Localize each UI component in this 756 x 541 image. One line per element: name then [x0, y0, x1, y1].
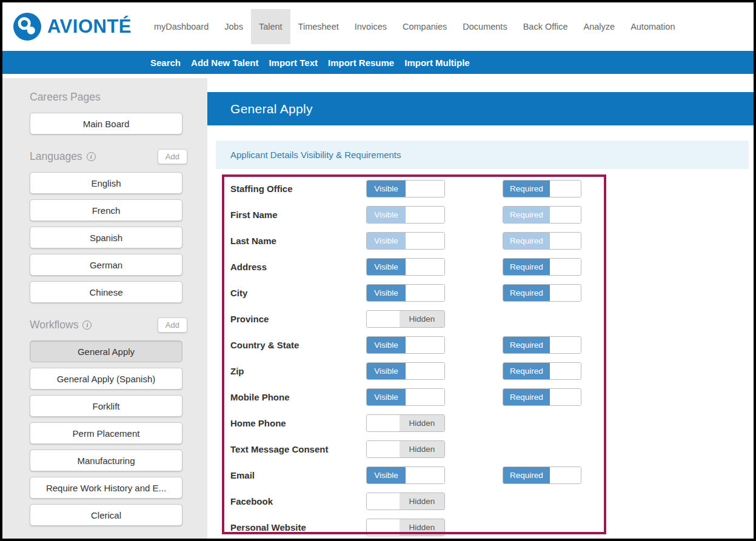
sidebar-item-french[interactable]: French	[30, 199, 182, 221]
brand[interactable]: AVIONTÉ	[2, 13, 139, 41]
top-nav-item-jobs[interactable]: Jobs	[216, 9, 251, 44]
toggle-label-required: Required	[503, 259, 550, 275]
required-toggle-last-name: Required	[503, 232, 581, 250]
toggle-label-hidden: Hidden	[400, 441, 444, 457]
toggle-label-required: Required	[503, 233, 550, 249]
info-icon[interactable]: i	[82, 320, 92, 330]
required-toggle-country-state[interactable]: Required	[503, 336, 581, 354]
apply-row-city: CityVisibleRequired	[216, 280, 754, 306]
field-label: Province	[230, 314, 366, 324]
sub-nav-item-import-text[interactable]: Import Text	[269, 58, 318, 68]
field-label: Text Message Consent	[230, 444, 366, 454]
toggle-label-visible: Visible	[367, 259, 406, 275]
field-label: Facebook	[230, 496, 366, 506]
top-nav-item-automation[interactable]: Automation	[623, 9, 683, 44]
visibility-toggle-staffing-office[interactable]: Visible	[366, 180, 445, 197]
top-nav-item-documents[interactable]: Documents	[455, 9, 515, 44]
apply-row-personal-website: Personal WebsiteHidden	[216, 514, 754, 539]
visibility-toggle-province[interactable]: Hidden	[366, 310, 445, 328]
toggle-label-required: Required	[503, 337, 550, 353]
top-nav-item-talent[interactable]: Talent	[251, 9, 290, 44]
visibility-toggle-email[interactable]: Visible	[366, 466, 445, 484]
sidebar-item-general-apply-spanish[interactable]: General Apply (Spanish)	[30, 368, 182, 390]
apply-row-staffing-office: Staffing OfficeVisibleRequired	[216, 176, 754, 202]
sidebar-item-general-apply[interactable]: General Apply	[30, 340, 182, 362]
top-nav-item-mydashboard[interactable]: myDashboard	[146, 9, 216, 44]
required-toggle-email[interactable]: Required	[503, 466, 581, 484]
main-header: General Apply	[207, 92, 754, 125]
sidebar-item-forklift[interactable]: Forklift	[30, 395, 182, 417]
sidebar-item-chinese[interactable]: Chinese	[30, 281, 182, 303]
page-title: General Apply	[230, 102, 313, 116]
visibility-toggle-text-message-consent[interactable]: Hidden	[366, 440, 445, 458]
visibility-toggle-mobile-phone[interactable]: Visible	[366, 388, 445, 406]
visibility-toggle-last-name: Visible	[366, 232, 445, 250]
visibility-toggle-city[interactable]: Visible	[366, 284, 445, 302]
toggle-knob	[406, 207, 444, 223]
screen: AVIONTÉ myDashboardJobsTalentTimesheetIn…	[0, 0, 756, 541]
sidebar-item-manufacturing[interactable]: Manufacturing	[30, 450, 182, 471]
field-label: Address	[230, 262, 366, 272]
visibility-toggle-home-phone[interactable]: Hidden	[366, 414, 445, 432]
apply-row-address: AddressVisibleRequired	[216, 254, 754, 280]
top-nav-item-timesheet[interactable]: Timesheet	[290, 9, 347, 44]
top-nav-item-analyze[interactable]: Analyze	[576, 9, 623, 44]
toggle-knob	[406, 363, 444, 379]
brand-wordmark: AVIONTÉ	[47, 16, 132, 38]
toggle-knob	[550, 259, 581, 275]
top-nav-item-companies[interactable]: Companies	[395, 9, 455, 44]
toggle-label-required: Required	[503, 285, 550, 301]
required-toggle-zip[interactable]: Required	[503, 362, 581, 380]
top-nav-item-invoices[interactable]: Invoices	[347, 9, 395, 44]
required-toggle-mobile-phone[interactable]: Required	[503, 388, 581, 406]
field-label: Country & State	[230, 340, 366, 350]
sidebar-section-workflows: WorkflowsiAddGeneral ApplyGeneral Apply …	[2, 317, 207, 526]
toggle-label-visible: Visible	[367, 337, 406, 353]
required-toggle-city[interactable]: Required	[503, 284, 581, 302]
sub-nav-item-search[interactable]: Search	[150, 58, 181, 68]
sidebar-item-main-board[interactable]: Main Board	[30, 113, 182, 134]
sub-nav-item-import-multiple[interactable]: Import Multiple	[404, 58, 470, 68]
sidebar-heading-row-careers-pages: Careers Pages	[30, 89, 187, 105]
sub-nav: SearchAdd New TalentImport TextImport Re…	[2, 51, 754, 74]
sidebar-item-german[interactable]: German	[30, 254, 182, 276]
visibility-toggle-personal-website[interactable]: Hidden	[366, 519, 445, 536]
field-label: Mobile Phone	[230, 392, 366, 402]
sidebar-item-require-work-history-and-e[interactable]: Require Work History and E...	[30, 477, 182, 499]
sidebar-section-careers-pages: Careers PagesMain Board	[2, 89, 207, 134]
required-toggle-staffing-office[interactable]: Required	[503, 180, 581, 197]
sidebar-heading-workflows: Workflowsi	[30, 319, 92, 331]
sidebar-item-perm-placement[interactable]: Perm Placement	[30, 422, 182, 444]
toggle-label-hidden: Hidden	[400, 493, 444, 509]
apply-row-home-phone: Home PhoneHidden	[216, 410, 754, 436]
apply-row-zip: ZipVisibleRequired	[216, 358, 754, 384]
visibility-toggle-zip[interactable]: Visible	[366, 362, 445, 380]
info-icon[interactable]: i	[87, 152, 96, 161]
sidebar-item-english[interactable]: English	[30, 172, 182, 194]
sub-nav-item-add-new-talent[interactable]: Add New Talent	[191, 58, 258, 68]
top-nav-item-back-office[interactable]: Back Office	[515, 9, 576, 44]
toggle-knob	[550, 389, 581, 405]
visibility-toggle-facebook[interactable]: Hidden	[366, 493, 445, 510]
sidebar: Careers PagesMain BoardLanguagesiAddEngl…	[2, 78, 207, 539]
top-nav-items: myDashboardJobsTalentTimesheetInvoicesCo…	[146, 2, 683, 51]
sidebar-item-spanish[interactable]: Spanish	[30, 227, 182, 248]
visibility-toggle-address[interactable]: Visible	[366, 258, 445, 276]
toggle-label-required: Required	[503, 207, 550, 223]
sub-nav-item-import-resume[interactable]: Import Resume	[328, 58, 394, 68]
toggle-label-hidden: Hidden	[400, 311, 444, 327]
field-label: Last Name	[230, 236, 366, 246]
sidebar-item-clerical[interactable]: Clerical	[30, 504, 182, 526]
add-button-languages[interactable]: Add	[158, 149, 187, 164]
toggle-label-required: Required	[503, 389, 550, 405]
field-label: Zip	[230, 366, 366, 376]
toggle-knob	[367, 441, 400, 457]
top-nav: AVIONTÉ myDashboardJobsTalentTimesheetIn…	[2, 2, 754, 51]
toggle-knob	[406, 285, 444, 301]
add-button-workflows[interactable]: Add	[158, 317, 187, 333]
toggle-knob	[550, 337, 581, 353]
apply-row-email: EmailVisibleRequired	[216, 462, 754, 488]
required-toggle-address[interactable]: Required	[503, 258, 581, 276]
visibility-toggle-country-state[interactable]: Visible	[366, 336, 445, 354]
apply-row-first-name: First NameVisibleRequired	[216, 202, 754, 228]
